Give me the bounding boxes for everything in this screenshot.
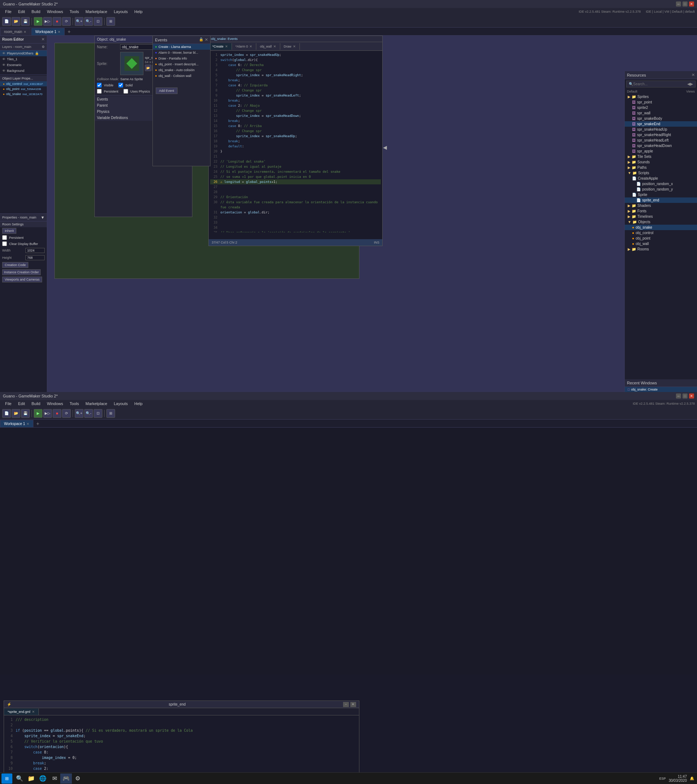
- menu-help-2[interactable]: Help: [132, 401, 145, 407]
- clean-button[interactable]: ⟳: [62, 17, 71, 26]
- tab-add-button-2[interactable]: +: [34, 420, 41, 427]
- menu-edit[interactable]: Edit: [15, 9, 28, 15]
- props-clear-display-check[interactable]: [2, 241, 7, 246]
- creation-code-button[interactable]: Creation Code: [2, 262, 28, 268]
- clean-button-2[interactable]: ⟳: [62, 409, 71, 418]
- tab-room-main-close[interactable]: ✕: [24, 30, 26, 34]
- zoom-in-button-2[interactable]: 🔍+: [75, 409, 84, 418]
- menu-marketplace-2[interactable]: Marketplace: [82, 401, 110, 407]
- minimize-button[interactable]: ─: [676, 2, 681, 7]
- layer-lock-icon[interactable]: 🔒: [35, 51, 39, 55]
- sprite-end-script[interactable]: 📄sprite_end: [625, 198, 697, 203]
- props-persistent-check[interactable]: [2, 235, 7, 240]
- add-event-button[interactable]: Add Event: [156, 87, 178, 94]
- createapple-script[interactable]: 📄CreateApple: [625, 176, 697, 181]
- sounds-folder[interactable]: ▶ 📁 Sounds: [625, 159, 697, 165]
- sprite-editor-minimize[interactable]: −: [343, 702, 349, 707]
- zoom-in-button[interactable]: 🔍+: [75, 17, 84, 26]
- sprite-editor-tab-close[interactable]: ✕: [32, 710, 35, 713]
- room-editor-close[interactable]: ✕: [41, 37, 44, 42]
- inherit-button[interactable]: Inherit: [2, 228, 16, 234]
- props-height-input[interactable]: [25, 255, 44, 260]
- props-collapse[interactable]: ▼: [41, 215, 44, 220]
- menu-build[interactable]: Build: [29, 9, 43, 15]
- menu-file-2[interactable]: File: [2, 401, 15, 407]
- uses-physics-check[interactable]: [124, 89, 128, 94]
- code-tab-create-close[interactable]: ✕: [225, 44, 228, 48]
- zoom-out-button[interactable]: 🔍-: [84, 17, 93, 26]
- instance-obj-snake[interactable]: ● obj_snake inst_1E3E2A70: [0, 91, 47, 97]
- recent-obj-snake-create[interactable]: □obj_snake: Create: [625, 387, 697, 392]
- views-label[interactable]: Views: [686, 90, 695, 93]
- debug-button-2[interactable]: ▶▷: [43, 409, 52, 418]
- layer-eye-icon[interactable]: 👁: [2, 51, 5, 55]
- layer-tiles[interactable]: 👁 Tiles_1: [0, 56, 47, 62]
- search-nav-prev[interactable]: ◀: [687, 82, 690, 86]
- shaders-folder[interactable]: ▶ 📁 Shaders: [625, 203, 697, 208]
- run-button-2[interactable]: ▶: [34, 409, 43, 418]
- spr-snakeheadleft[interactable]: 🖼spr_snakeHeadLeft: [625, 138, 697, 143]
- spr-snakeheadright[interactable]: 🖼spr_snakeHeadRight: [625, 132, 697, 138]
- taskbar-gamemaker[interactable]: 🎮: [60, 774, 72, 784]
- run-button[interactable]: ▶: [34, 17, 43, 26]
- layers-options[interactable]: ⚙: [42, 45, 44, 49]
- grid-button[interactable]: ⊞: [106, 17, 115, 26]
- code-tab-draw-close[interactable]: ✕: [293, 44, 296, 48]
- taskbar-notification[interactable]: 🔔: [690, 776, 694, 781]
- minimize-button-2[interactable]: ─: [676, 394, 681, 399]
- zoom-out-button-2[interactable]: 🔍-: [84, 409, 93, 418]
- sprite-select-btn[interactable]: 📂: [145, 64, 152, 71]
- zoom-reset-button-2[interactable]: ⊡: [94, 409, 102, 418]
- sprite-editor-tab[interactable]: *sprite_end.gml ✕: [4, 708, 39, 715]
- room-settings-header[interactable]: Room Settings: [0, 221, 47, 227]
- event-create[interactable]: ● Create - Llama alarma: [153, 44, 210, 50]
- spr-snakeheadup[interactable]: 🖼spr_snakeHeadUp: [625, 127, 697, 132]
- taskbar-mail[interactable]: ✉: [49, 774, 60, 784]
- layer-background-eye[interactable]: 👁: [2, 69, 5, 72]
- instance-creation-button[interactable]: Instance Creation Order: [2, 269, 41, 275]
- layer-tiles-eye[interactable]: 👁: [2, 58, 5, 61]
- search-input[interactable]: [633, 82, 687, 86]
- instance-obj-control[interactable]: ● obj_control inst_43813B1F: [0, 81, 47, 86]
- menu-help[interactable]: Help: [132, 9, 145, 15]
- new-button[interactable]: 📄: [2, 17, 11, 26]
- debug-button[interactable]: ▶▷: [43, 17, 52, 26]
- tab-workspace1-bottom-close[interactable]: ✕: [26, 422, 30, 426]
- layer-background[interactable]: 👁 Background: [0, 68, 47, 74]
- new-button-2[interactable]: 📄: [2, 409, 11, 418]
- taskbar-browser[interactable]: 🌐: [37, 774, 49, 784]
- obj-snake-res[interactable]: ●obj_snake: [625, 225, 697, 230]
- spr-apple[interactable]: 🖼spr_apple: [625, 148, 697, 154]
- fonts-folder[interactable]: ▶ 📁 Fonts: [625, 208, 697, 214]
- instance-obj-point[interactable]: ● obj_point inst_539A41DB: [0, 86, 47, 91]
- spr-wall[interactable]: 🖼spr_wall: [625, 110, 697, 116]
- paths-folder[interactable]: ▶ 📁 Paths: [625, 165, 697, 170]
- close-button-2[interactable]: ✕: [689, 394, 694, 399]
- code-tab-create[interactable]: *Create ✕: [209, 43, 232, 50]
- layer-playersandothers[interactable]: 👁 PlayersAndOthers 🔒: [0, 51, 47, 56]
- tab-workspace1[interactable]: Workspace 1 ✕: [31, 28, 64, 35]
- maximize-button-2[interactable]: □: [682, 394, 687, 399]
- event-obj-wall[interactable]: ● obj_wall - Colision wall: [153, 73, 210, 79]
- save-button-2[interactable]: 💾: [21, 409, 30, 418]
- collapse-arrow[interactable]: ◀: [383, 145, 387, 150]
- tab-workspace1-close[interactable]: ✕: [58, 30, 61, 34]
- spr-snakeheaddown[interactable]: 🖼spr_snakeHeadDown: [625, 143, 697, 148]
- menu-marketplace[interactable]: Marketplace: [82, 9, 110, 15]
- open-button[interactable]: 📂: [12, 17, 20, 26]
- code-tab-wall-close[interactable]: ✕: [274, 44, 276, 48]
- menu-edit-2[interactable]: Edit: [15, 401, 28, 407]
- event-draw[interactable]: ● Draw - Pantalla info: [153, 56, 210, 61]
- menu-tools-2[interactable]: Tools: [67, 401, 82, 407]
- events-close-icon[interactable]: ✕: [205, 37, 208, 42]
- stop-button-2[interactable]: ■: [53, 409, 61, 418]
- event-alarm0[interactable]: ● Alarm 0 - Mover, borrar bl...: [153, 50, 210, 56]
- zoom-reset-button[interactable]: ⊡: [94, 17, 102, 26]
- props-width-input[interactable]: [25, 248, 44, 253]
- tab-room-main[interactable]: room_main ✕: [0, 28, 30, 35]
- taskbar-explorer[interactable]: 📁: [25, 774, 37, 784]
- code-tab-draw[interactable]: Draw ✕: [280, 43, 300, 50]
- menu-windows[interactable]: Windows: [44, 9, 66, 15]
- spr-snakebody[interactable]: 🖼spr_snakeBody: [625, 116, 697, 121]
- menu-layouts[interactable]: Layouts: [111, 9, 131, 15]
